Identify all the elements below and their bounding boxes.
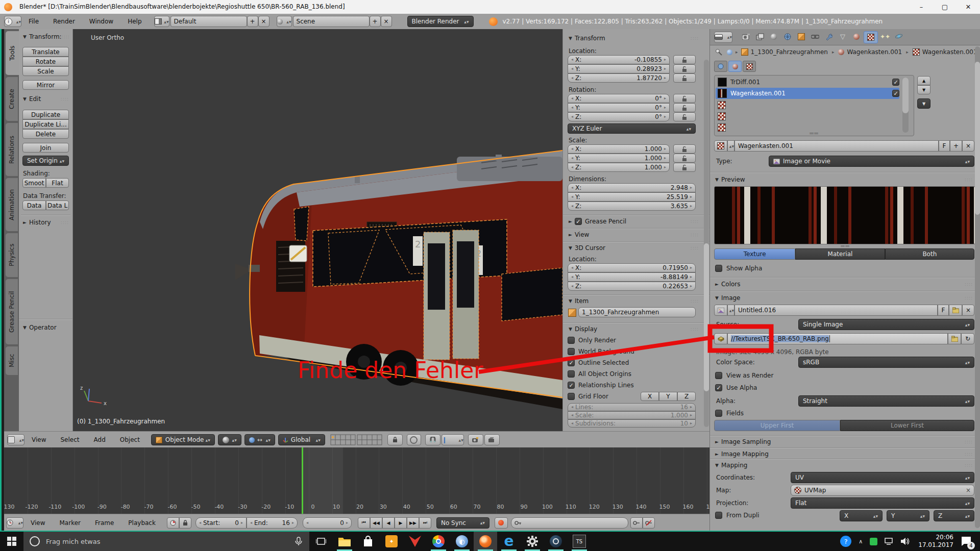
tab-physics[interactable]: Physics [6, 233, 18, 277]
image-mapping-header[interactable]: ►Image Mapping:::: [715, 450, 973, 458]
texture-browse-icon[interactable] [714, 140, 727, 152]
view-as-render-option[interactable]: View as Render [715, 372, 773, 379]
new-texture-button[interactable]: + [950, 140, 962, 152]
lock-rotation-z-icon[interactable] [673, 112, 696, 121]
menu-file[interactable]: File [21, 18, 46, 25]
preview-tab-material[interactable]: Material [795, 248, 885, 260]
texture-browse-arrows[interactable]: ▲▼ [727, 140, 734, 152]
lock-range-icon[interactable] [179, 517, 191, 529]
current-frame-field[interactable]: ◂0▸ [303, 517, 352, 529]
minimize-button[interactable]: – [910, 0, 933, 14]
lock-scale-x-icon[interactable] [673, 144, 696, 154]
start-button[interactable] [0, 532, 23, 551]
preview-tab-both[interactable]: Both [885, 248, 974, 260]
tab-create[interactable]: Create [6, 77, 18, 121]
rotation-z-field[interactable]: ◂Z:0°▸ [568, 112, 670, 121]
antivirus-tray-icon[interactable] [870, 538, 877, 545]
timeline-menu-playback[interactable]: Playback [121, 519, 163, 527]
empty-slot-icon-1[interactable] [718, 101, 726, 109]
lock-location-x-icon[interactable] [673, 55, 696, 64]
display-header[interactable]: ▼Display:::: [569, 325, 699, 333]
delete-layout-button[interactable]: × [258, 16, 270, 27]
timeline-canvas[interactable]: -130-120-110-100-90-80-70-60-50-40-30-20… [4, 447, 709, 514]
upper-first-button[interactable]: Upper First [714, 420, 840, 431]
grid-axis-z-button[interactable]: Z [677, 392, 696, 401]
duplicate-linked-button[interactable]: Duplicate Li... [22, 119, 69, 129]
image-sampling-header[interactable]: ►Image Sampling:::: [715, 438, 973, 445]
location-y-field[interactable]: ◂Y:0.28923▸ [568, 64, 670, 73]
sync-dropdown[interactable]: No Sync▲▼ [436, 517, 489, 529]
jump-to-start-button[interactable]: ⏮ [358, 517, 370, 529]
edit-panel-header[interactable]: ▼Edit:::: [23, 95, 69, 103]
lock-scale-z-icon[interactable] [673, 163, 696, 172]
world-tab-icon[interactable] [781, 31, 794, 42]
empty-slot-icon-3[interactable] [718, 123, 726, 132]
all-object-origins-option[interactable]: All Object Origins [568, 370, 631, 378]
image-browse-arrows[interactable]: ▲▼ [727, 305, 734, 316]
viewport-menu-select[interactable]: Select [53, 436, 86, 443]
tray-expand-icon[interactable]: ∧ [859, 538, 863, 545]
rotation-x-field[interactable]: ◂X:0°▸ [568, 94, 670, 103]
volume-icon[interactable] [901, 537, 911, 545]
lock-rotation-y-icon[interactable] [673, 103, 696, 112]
scale-y-field[interactable]: ◂Y:1.000▸ [568, 154, 670, 163]
viewport-editor-type-button[interactable]: ▲▼ [7, 434, 24, 445]
keying-set-field[interactable] [511, 517, 628, 529]
rotate-button[interactable]: Rotate [22, 57, 69, 66]
lock-scale-y-icon[interactable] [673, 154, 696, 163]
snap-element-dropdown[interactable]: ❙▲▼ [442, 434, 464, 445]
reload-image-icon[interactable]: ↻ [961, 333, 974, 344]
clock[interactable]: 20:06 17.01.2017 [918, 534, 953, 549]
cursor-y-field[interactable]: ◂Y:-8.88149▸ [568, 272, 696, 282]
insert-keyframe-icon[interactable] [630, 517, 643, 529]
record-button[interactable] [495, 517, 508, 529]
add-scene-button[interactable]: + [370, 16, 381, 27]
scale-button[interactable]: Scale [22, 66, 69, 76]
unlink-image-button[interactable]: × [962, 305, 974, 316]
menu-window[interactable]: Window [82, 18, 120, 25]
file-explorer-button[interactable] [333, 532, 356, 551]
prev-keyframe-button[interactable]: ◀◀ [370, 517, 382, 529]
cursor-x-field[interactable]: ◂X:0.71950▸ [568, 263, 696, 272]
orientation-dropdown[interactable]: Global▲▼ [278, 434, 325, 445]
search-box[interactable]: Frag mich etwas [23, 532, 309, 551]
world-texture-icon[interactable] [714, 61, 727, 72]
grid-floor-option[interactable]: Grid Floor [568, 393, 608, 400]
screen-layout-icon[interactable]: ▲▼ [154, 16, 169, 27]
frame-start-field[interactable]: ◂Start:0▸ [195, 517, 247, 529]
from-dupli-option[interactable]: From Dupli [715, 512, 760, 519]
rotation-mode-dropdown[interactable]: XYZ Euler▲▼ [568, 123, 696, 134]
properties-scrollbar[interactable] [975, 46, 980, 528]
history-panel-header[interactable]: ►History:::: [23, 219, 69, 226]
image-header[interactable]: ▼Image:::: [715, 294, 973, 302]
tab-misc[interactable]: Misc [6, 346, 18, 375]
view-header[interactable]: ►View:::: [569, 231, 699, 238]
uv-map-field[interactable]: UVMap× [791, 485, 974, 496]
microphone-icon[interactable] [295, 537, 302, 546]
alpha-dropdown[interactable]: Straight▲▼ [798, 395, 974, 407]
menu-render[interactable]: Render [46, 18, 82, 25]
material-texture-icon[interactable] [728, 61, 742, 72]
screen-layout-field[interactable]: Default [170, 16, 247, 27]
viewport-menu-object[interactable]: Object [113, 436, 147, 443]
world-background-option[interactable]: World Background [568, 348, 634, 355]
delete-keyframe-icon[interactable] [643, 517, 655, 529]
empty-slot-icon-2[interactable] [718, 112, 726, 120]
maximize-button[interactable]: ▢ [933, 0, 957, 14]
data-layout-button[interactable]: Data L [46, 201, 69, 210]
texture-tab-icon[interactable] [864, 31, 878, 43]
use-alpha-option[interactable]: ✓Use Alpha [715, 384, 757, 391]
translate-button[interactable]: Translate [22, 47, 69, 57]
image-path-field[interactable]: //Textures\TSC_BR-650_RAB.png [727, 333, 948, 344]
delete-button[interactable]: Delete [22, 129, 69, 139]
scene-tab-icon[interactable] [767, 31, 780, 42]
timeline-menu-view[interactable]: View [23, 519, 52, 527]
settings-button[interactable] [521, 532, 544, 551]
timeline-menu-frame[interactable]: Frame [88, 519, 121, 527]
red-v-app-button[interactable] [403, 532, 427, 551]
projection-dropdown[interactable]: Flat▲▼ [791, 497, 974, 509]
slot-move-up-button[interactable]: ▲ [917, 76, 930, 85]
grid-axis-x-button[interactable]: X [641, 392, 659, 401]
viewport-3d[interactable]: User Ortho [73, 29, 562, 431]
lock-location-y-icon[interactable] [673, 64, 696, 73]
